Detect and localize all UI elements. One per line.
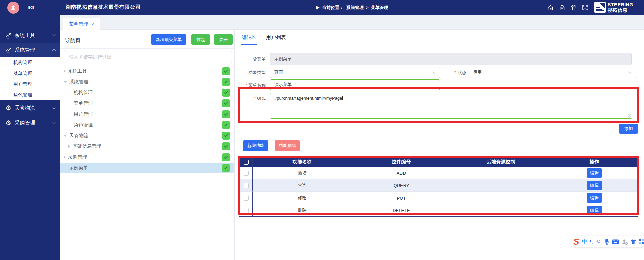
tree-node-label: 天管物流: [69, 133, 88, 139]
sidebar-item-user-admin[interactable]: 用户管理: [0, 79, 60, 90]
editor-panel: 编辑区 用户列表 父菜单 示例菜单 功能类型 页面 状态 启用 菜单名称 演示菜…: [234, 30, 644, 260]
home-icon[interactable]: [547, 4, 554, 11]
tree-node-base-info-admin[interactable]: 基础信息管理: [60, 141, 234, 152]
tree-node-purchase-admin[interactable]: 采购管理: [60, 152, 234, 163]
sidebar-item-system-tools[interactable]: 系统工具: [0, 28, 60, 43]
row-checkbox[interactable]: [244, 208, 249, 213]
tab-user-list[interactable]: 用户列表: [266, 34, 286, 41]
skin-icon[interactable]: [630, 239, 636, 245]
edit-button[interactable]: 编辑: [587, 181, 602, 190]
sidebar-item-menu-admin[interactable]: 菜单管理: [0, 68, 60, 79]
edit-button[interactable]: 编辑: [587, 206, 602, 215]
ime-toolbar: S 中 °, ☺: [571, 236, 644, 247]
sidebar-submenu: 机构管理 菜单管理 用户管理 角色管理: [0, 57, 60, 100]
sidebar-item-org-admin[interactable]: 机构管理: [0, 57, 60, 68]
select-all-checkbox[interactable]: [244, 160, 249, 165]
sidebar-item-tianguan-logistics[interactable]: ⚙ 天管物流: [0, 100, 60, 115]
breadcrumb-separator: >: [366, 5, 369, 10]
sidebar-item-role-admin[interactable]: 角色管理: [0, 90, 60, 100]
avatar[interactable]: [7, 2, 19, 14]
chevron-down-icon: [52, 105, 56, 109]
tab-editor[interactable]: 编辑区: [241, 34, 257, 41]
menu-name-value: 演示菜单: [274, 82, 292, 88]
check-icon[interactable]: [222, 164, 230, 172]
tree-node-menu-admin[interactable]: 菜单管理: [60, 98, 234, 109]
add-button[interactable]: 添加: [619, 124, 638, 134]
status-value: 启用: [473, 69, 482, 75]
caret-down-icon[interactable]: [64, 135, 67, 137]
tree-node-sample-menu[interactable]: 示例菜单: [60, 163, 234, 173]
function-type-value: 页面: [274, 69, 283, 75]
sogou-logo-icon[interactable]: S: [573, 237, 579, 246]
emoji-icon[interactable]: ☺: [595, 238, 601, 245]
tree-node-tianguan-logistics[interactable]: 天管物流: [60, 130, 234, 141]
check-icon[interactable]: [222, 142, 230, 150]
check-icon[interactable]: [222, 99, 230, 107]
sidebar-item-label: 天管物流: [15, 105, 35, 111]
ime-punctuation-icon[interactable]: °,: [590, 239, 593, 244]
expand-all-button[interactable]: 展开: [214, 34, 233, 45]
sidebar-item-label: 采购管理: [15, 120, 35, 126]
delete-function-button[interactable]: 功能删除: [275, 140, 300, 151]
chart-icon: [5, 46, 12, 54]
table-row: 新增 ADD 编辑: [239, 167, 638, 179]
fullscreen-icon[interactable]: [582, 4, 588, 11]
url-textarea[interactable]: ./purchmanagement.html#/myPage: [270, 93, 632, 119]
sidebar-item-label: 系统管理: [15, 47, 35, 53]
tree-node-system-tools[interactable]: 系统工具: [60, 66, 234, 77]
user-icon[interactable]: [622, 239, 628, 245]
edit-button[interactable]: 编辑: [587, 193, 602, 203]
tree-node-label: 机构管理: [74, 90, 93, 96]
chevron-down-icon: [52, 120, 56, 124]
column-header-action: 操作: [551, 157, 638, 167]
cell-name: 删除: [253, 204, 352, 216]
cell-code: DELETE: [352, 204, 451, 216]
check-icon[interactable]: [222, 153, 230, 161]
caret-right-icon[interactable]: [68, 145, 70, 148]
check-icon[interactable]: [222, 121, 230, 129]
check-icon[interactable]: [222, 67, 230, 75]
check-icon[interactable]: [222, 89, 230, 97]
tree-node-org-admin[interactable]: 机构管理: [60, 87, 234, 98]
caret-right-icon[interactable]: [64, 70, 66, 73]
mic-icon[interactable]: [604, 239, 609, 245]
check-icon[interactable]: [222, 132, 230, 140]
lock-icon[interactable]: [559, 4, 566, 11]
resize-handle-icon[interactable]: [628, 114, 631, 118]
check-icon[interactable]: [222, 110, 230, 118]
check-icon[interactable]: [222, 78, 230, 86]
tree-filter-input[interactable]: [65, 51, 232, 63]
tree-node-user-admin[interactable]: 用户管理: [60, 109, 234, 120]
breadcrumb-item-system[interactable]: 系统管理: [346, 5, 364, 11]
menu-name-input[interactable]: 演示菜单: [270, 79, 440, 90]
nav-tree: 系统工具 系统管理 机构管理 菜单管理 用户管理: [60, 66, 234, 173]
close-icon[interactable]: ×: [91, 21, 94, 27]
toolbox-icon[interactable]: [639, 239, 644, 244]
tab-menu-admin[interactable]: 菜单管理 ×: [63, 18, 100, 30]
cell-name: 查询: [253, 179, 352, 191]
caret-right-icon[interactable]: [64, 156, 66, 159]
column-header-backend: 后端资源控制: [451, 157, 551, 167]
function-type-select[interactable]: 页面: [270, 67, 440, 78]
tree-node-system-admin[interactable]: 系统管理: [60, 77, 234, 87]
url-value: ./purchmanagement.html#/myPage: [274, 96, 342, 101]
skin-icon[interactable]: [570, 4, 577, 11]
sidebar-item-purchase-admin[interactable]: ⚙ 采购管理: [0, 115, 60, 130]
keyboard-icon[interactable]: [612, 239, 619, 244]
row-checkbox[interactable]: [244, 196, 249, 201]
add-function-button[interactable]: 新增功能: [243, 140, 268, 151]
column-header-code: 控件编号: [352, 157, 451, 167]
row-checkbox[interactable]: [244, 171, 249, 176]
caret-down-icon[interactable]: [64, 81, 67, 83]
breadcrumb-item-menu[interactable]: 菜单管理: [371, 5, 388, 11]
ime-mode-icon[interactable]: 中: [582, 238, 587, 245]
tree-node-label: 系统管理: [69, 79, 88, 85]
cell-code: PUT: [352, 191, 451, 204]
collapse-all-button[interactable]: 收起: [191, 34, 210, 45]
sidebar-item-system-admin[interactable]: 系统管理: [0, 43, 60, 57]
tree-node-role-admin[interactable]: 角色管理: [60, 120, 234, 130]
add-top-menu-button[interactable]: 新增顶级菜单: [151, 34, 186, 45]
status-select[interactable]: 启用: [469, 67, 636, 78]
row-checkbox[interactable]: [244, 183, 249, 188]
edit-button[interactable]: 编辑: [587, 168, 602, 178]
